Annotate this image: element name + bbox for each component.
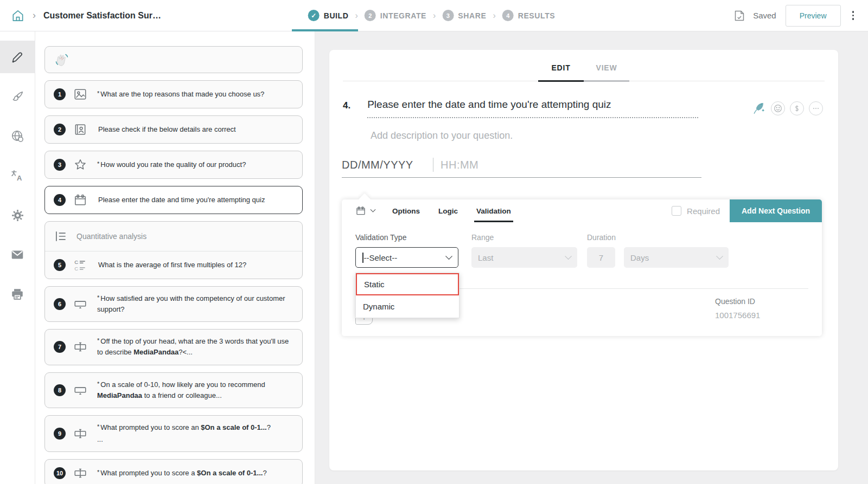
smiley-icon[interactable] [771, 101, 785, 115]
printer-icon [10, 287, 24, 301]
question-header: 4. Please enter the date and time you're… [343, 99, 823, 118]
tab-view[interactable]: VIEW [584, 63, 629, 81]
panel-tab-validation[interactable]: Validation [476, 199, 511, 222]
step-share[interactable]: 3 SHARE [442, 10, 486, 21]
add-next-question-button[interactable]: Add Next Question [730, 199, 822, 222]
rail-item-settings[interactable] [0, 199, 35, 231]
rail-item-publish[interactable] [0, 120, 35, 152]
more-icon[interactable] [809, 101, 823, 115]
quill-ai-icon[interactable] [751, 101, 766, 115]
step-nav: ✓ BUILD › 2 INTEGRATE › 3 SHARE › 4 RESU… [308, 10, 556, 21]
chevron-down-icon [445, 253, 452, 260]
duration-input: 7 [587, 247, 615, 268]
home-icon[interactable] [11, 9, 25, 23]
dropdown-option-static[interactable]: Static [356, 273, 459, 295]
question-text: *What prompted you to score an $On a sca… [97, 422, 293, 445]
slider-icon [73, 297, 87, 311]
build-progress-bar [292, 29, 358, 31]
date-time-field: DD/MM/YYYY HH:MM [342, 158, 701, 178]
step-build[interactable]: ✓ BUILD [308, 10, 349, 21]
top-header: › Customer Satisfaction Sur… ✓ BUILD › 2… [0, 0, 868, 31]
question-number-badge: 4 [54, 194, 66, 206]
rail-item-email[interactable] [0, 238, 35, 271]
time-input[interactable]: HH:MM [441, 159, 478, 171]
question-number-badge: 8 [54, 384, 66, 396]
chevron-right-icon: › [493, 11, 495, 21]
question-number-badge: 3 [54, 159, 66, 171]
validation-type-select[interactable]: --Select-- [355, 247, 458, 268]
question-card-10[interactable]: 10 *What prompted you to score a $On a s… [44, 459, 303, 484]
translate-icon: A [10, 169, 24, 183]
question-card-9[interactable]: 9 *What prompted you to score an $On a s… [44, 415, 303, 452]
svg-text:C: C [74, 259, 78, 265]
question-card-4-selected[interactable]: 4 Please enter the date and time you're … [44, 186, 303, 214]
welcome-card[interactable] [44, 46, 303, 73]
group-header[interactable]: Quantitative analysis [45, 222, 302, 251]
tab-edit[interactable]: EDIT [538, 63, 584, 81]
textbox-icon [73, 466, 87, 480]
question-group-card[interactable]: Quantitative analysis 5 CC What is the a… [44, 221, 303, 279]
question-number-badge: 2 [54, 124, 66, 135]
chevron-down-icon [371, 206, 376, 212]
validation-form: Validation Type --Select-- Range Last [342, 222, 822, 268]
question-title-input[interactable]: Please enter the date and time you're at… [367, 99, 698, 118]
question-number-badge: 9 [54, 428, 66, 440]
dropdown-option-dynamic[interactable]: Dynamic [356, 295, 459, 318]
textbox-icon [73, 427, 87, 441]
wave-icon [54, 51, 71, 68]
question-card-3[interactable]: 3 *How would you rate the quality of our… [44, 151, 303, 179]
rail-item-editor[interactable] [0, 41, 35, 73]
question-text: *What are the top reasons that made you … [97, 89, 293, 100]
step-results[interactable]: 4 RESULTS [502, 10, 556, 21]
breadcrumb: › Customer Satisfaction Sur… [0, 9, 161, 23]
question-card-5[interactable]: 5 CC What is the average of first five m… [45, 251, 302, 279]
question-text: *How would you rate the quality of our p… [97, 159, 293, 170]
edit-view-tabs: EDIT VIEW [343, 50, 825, 81]
calendar-icon [73, 193, 87, 207]
textbox-icon [73, 340, 87, 354]
question-number-badge: 7 [54, 341, 66, 353]
panel-header: Options Logic Validation Required Add Ne… [342, 199, 822, 222]
more-menu-icon[interactable] [848, 8, 859, 23]
brush-icon [11, 90, 24, 104]
validation-type-dropdown: Static Dynamic [355, 273, 459, 318]
question-settings-panel: Options Logic Validation Required Add Ne… [342, 199, 822, 336]
validation-type-label: Validation Type [355, 233, 458, 242]
image-icon [73, 87, 87, 101]
required-checkbox[interactable] [672, 206, 681, 216]
step-integrate[interactable]: 2 INTEGRATE [365, 10, 426, 21]
question-number-badge: 10 [54, 467, 66, 479]
required-toggle[interactable]: Required [672, 206, 720, 216]
tool-rail: A [0, 31, 35, 484]
text-cursor [362, 253, 363, 263]
question-number-badge: 1 [54, 88, 66, 100]
description-input[interactable]: Add description to your question. [371, 130, 823, 141]
panel-tab-logic[interactable]: Logic [438, 199, 458, 222]
question-id-label: Question ID [715, 297, 760, 306]
group-label: Quantitative analysis [76, 232, 146, 241]
save-icon [733, 9, 746, 22]
rail-item-print[interactable] [0, 278, 35, 311]
rail-item-theme[interactable] [0, 80, 35, 113]
question-card-1[interactable]: 1 *What are the top reasons that made yo… [44, 80, 303, 108]
question-card-2[interactable]: 2 Please check if the below details are … [44, 115, 303, 144]
dollar-icon[interactable] [790, 101, 804, 115]
question-id-value: 1001756691 [715, 311, 760, 320]
question-card-8[interactable]: 8 *On a scale of 0-10, how likely are yo… [44, 372, 303, 408]
date-input[interactable]: DD/MM/YYYY [342, 159, 433, 171]
question-card-6[interactable]: 6 *How satisfied are you with the compet… [44, 286, 303, 322]
question-type-selector[interactable] [355, 205, 375, 216]
rail-item-translate[interactable]: A [0, 159, 35, 192]
question-number-badge: 6 [54, 298, 66, 310]
panel-tab-options[interactable]: Options [392, 199, 420, 222]
question-text: *How satisfied are you with the competen… [97, 293, 293, 315]
question-text: What is the average of first five multip… [97, 260, 293, 270]
globe-icon [10, 129, 24, 143]
question-card-7[interactable]: 7 *Off the top of your head, what are th… [44, 329, 303, 365]
slider-icon [73, 383, 87, 397]
svg-text:C: C [74, 266, 78, 272]
question-actions [751, 99, 823, 115]
question-number: 4. [343, 99, 350, 111]
preview-button[interactable]: Preview [786, 5, 841, 27]
duration-label: Duration [587, 233, 729, 242]
